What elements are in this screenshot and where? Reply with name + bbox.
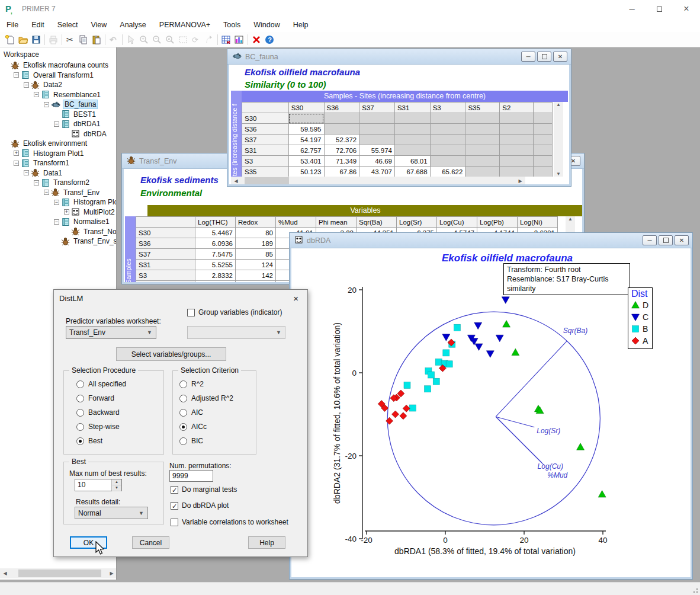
row-header[interactable]: S35: [136, 281, 195, 283]
collapse-icon[interactable]: −: [34, 92, 39, 97]
data-point-C[interactable]: [442, 334, 450, 341]
column-header[interactable]: Log(THC): [195, 217, 236, 228]
max-best-results-spinner[interactable]: 10 ▲▼: [75, 479, 122, 491]
value-cell[interactable]: 67.86: [324, 167, 359, 177]
column-header[interactable]: Phi mean: [316, 217, 357, 228]
radio-button[interactable]: [76, 423, 84, 431]
data-point-C[interactable]: [486, 351, 494, 358]
criterion-aic[interactable]: AIC: [179, 408, 203, 417]
bc-fauna-restore-button[interactable]: [537, 52, 551, 62]
data-point-B[interactable]: [409, 405, 416, 411]
empty-cell[interactable]: [430, 113, 465, 124]
tree-item-ekofisk-macrofauna-counts[interactable]: Ekofisk macrofauna counts: [0, 60, 116, 71]
value-cell[interactable]: 52.372: [324, 135, 359, 145]
radio-button[interactable]: [179, 395, 187, 402]
data-point-C[interactable]: [496, 335, 503, 342]
data-point-D[interactable]: [512, 348, 519, 356]
data-point-A[interactable]: [392, 411, 399, 418]
value-cell[interactable]: 53.401: [288, 156, 324, 167]
tree-item-dbrda1[interactable]: −dbRDA1: [0, 119, 116, 129]
help-button[interactable]: Help: [248, 536, 285, 549]
radio-button[interactable]: [179, 437, 187, 445]
empty-cell[interactable]: [394, 145, 430, 156]
row-header[interactable]: S3: [242, 156, 289, 167]
value-cell[interactable]: 152: [236, 281, 276, 283]
scroll-up-icon[interactable]: ▲: [554, 102, 564, 107]
empty-cell[interactable]: [324, 124, 359, 135]
empty-cell[interactable]: [288, 113, 324, 124]
bc-fauna-vscrollbar[interactable]: ▲ ▼: [554, 102, 563, 177]
scroll-right-icon[interactable]: ▶: [107, 571, 117, 576]
distlm-close-button[interactable]: ×: [290, 293, 302, 303]
value-cell[interactable]: 54.197: [288, 135, 324, 145]
spin-up-icon[interactable]: ▲: [112, 479, 121, 485]
tree-item-data2[interactable]: −Data2: [0, 80, 116, 90]
data-point-A[interactable]: [386, 417, 393, 424]
expand-icon[interactable]: +: [14, 151, 19, 156]
check-do-marginal-tests[interactable]: ✓Do marginal tests: [171, 485, 237, 494]
tree-item-bc-fauna[interactable]: −BC_fauna: [0, 100, 116, 110]
radio-button[interactable]: [76, 395, 84, 402]
empty-cell[interactable]: [430, 145, 465, 156]
empty-cell[interactable]: [324, 113, 359, 124]
empty-cell[interactable]: [465, 156, 500, 167]
delete-icon[interactable]: [250, 34, 263, 46]
empty-cell[interactable]: [465, 124, 500, 135]
empty-cell[interactable]: [465, 113, 500, 124]
expand-icon[interactable]: +: [64, 209, 69, 215]
column-header[interactable]: S2: [500, 103, 534, 113]
value-cell[interactable]: 72.706: [324, 145, 359, 156]
data-point-C[interactable]: [475, 344, 483, 351]
radio-button[interactable]: [179, 380, 187, 388]
collapse-icon[interactable]: −: [24, 82, 29, 88]
data-point-B[interactable]: [428, 372, 435, 378]
check-variable-correlations-to-worksheet[interactable]: Variable correlations to worksheet: [171, 518, 288, 526]
scroll-thumb[interactable]: [245, 177, 289, 184]
value-cell[interactable]: 50.123: [288, 167, 324, 177]
value-cell[interactable]: 124: [236, 260, 276, 270]
dbrda-titlebar[interactable]: dbRDA ─ ✕: [290, 233, 692, 248]
tree-item-dbrda[interactable]: dbRDA: [0, 129, 116, 139]
results-detail-combo[interactable]: Normal ▼: [75, 507, 148, 519]
tree-item-label[interactable]: dbRDA: [82, 130, 108, 138]
empty-cell[interactable]: [500, 167, 534, 177]
menu-view[interactable]: View: [84, 18, 113, 32]
tree-item-label[interactable]: Histogram Plot1: [32, 149, 85, 158]
data-point-B[interactable]: [435, 359, 442, 365]
row-header[interactable]: S30: [136, 228, 195, 238]
row-header[interactable]: S35: [242, 167, 289, 177]
empty-cell[interactable]: [500, 145, 534, 156]
tree-item-label[interactable]: MultiPlot2: [82, 208, 116, 216]
menu-tools[interactable]: Tools: [217, 18, 247, 32]
tree-item-label[interactable]: Overall Transform1: [32, 71, 95, 79]
maximize-button[interactable]: [646, 0, 673, 18]
tree-horizontal-scrollbar[interactable]: ◀ ▶: [0, 568, 117, 578]
menu-help[interactable]: Help: [287, 18, 315, 32]
radio-button[interactable]: [76, 437, 84, 445]
bc-fauna-hscrollbar[interactable]: ◀ ▶: [231, 177, 525, 184]
help-icon[interactable]: ?: [263, 34, 276, 46]
empty-cell[interactable]: [359, 135, 395, 145]
tree-item-label[interactable]: Ekofisk macrofauna counts: [22, 61, 110, 69]
data-point-D[interactable]: [503, 321, 510, 328]
data-point-C[interactable]: [502, 297, 509, 304]
tree-item-transf-norm[interactable]: Transf_Norm: [0, 227, 116, 237]
checkbox[interactable]: [171, 519, 178, 526]
menu-file[interactable]: File: [0, 18, 25, 32]
row-header[interactable]: S37: [136, 249, 195, 260]
check-do-dbrda-plot[interactable]: ✓Do dbRDA plot: [171, 501, 229, 510]
row-header[interactable]: S30: [242, 113, 289, 124]
column-header[interactable]: Log(Ni): [518, 217, 558, 228]
save-icon[interactable]: [30, 34, 43, 46]
column-header[interactable]: %Mud: [276, 217, 316, 228]
value-cell[interactable]: 5.5255: [195, 260, 236, 270]
value-cell[interactable]: 85: [236, 249, 276, 260]
collapse-icon[interactable]: −: [14, 161, 19, 166]
predictor-worksheet-combo[interactable]: Transf_Env ▼: [66, 326, 156, 339]
column-header[interactable]: Sqr(Ba): [357, 217, 397, 228]
multiplot-grid-icon[interactable]: [233, 34, 246, 46]
empty-cell[interactable]: [359, 124, 395, 135]
value-cell[interactable]: 68.01: [394, 156, 430, 167]
dbrda-close-button[interactable]: ✕: [675, 235, 689, 245]
value-cell[interactable]: 6.0936: [195, 238, 236, 249]
